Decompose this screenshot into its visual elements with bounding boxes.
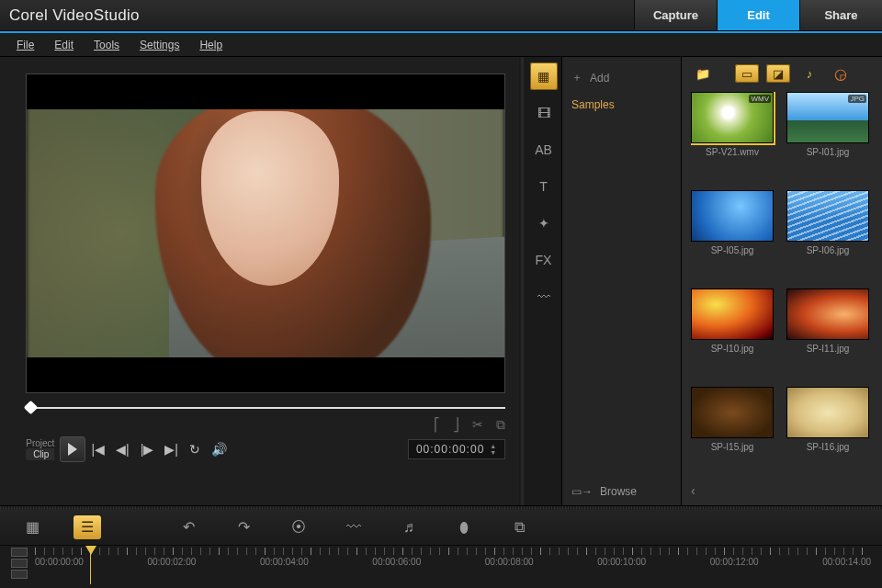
library-item[interactable]: SP-I10.jpg	[691, 288, 774, 379]
media-category-button[interactable]: ▦	[530, 62, 558, 90]
track-selector[interactable]	[11, 548, 28, 579]
library-item[interactable]: WMVSP-V21.wmv	[691, 92, 774, 183]
track-manager-button[interactable]: ⬮	[450, 515, 478, 539]
workflow-tabs: Capture Edit Share	[634, 0, 882, 30]
menu-file[interactable]: File	[17, 39, 34, 51]
scroll-left-button[interactable]: ‹	[691, 478, 873, 498]
instant-project-button[interactable]: 🎞	[530, 99, 558, 127]
cut-icon[interactable]: ✂	[472, 417, 483, 433]
audio-mixer-button[interactable]: 〰	[340, 515, 368, 539]
add-folder-button[interactable]: ＋ Add	[571, 70, 672, 85]
tab-edit[interactable]: Edit	[717, 0, 799, 30]
library-item[interactable]: SP-I06.jpg	[786, 190, 869, 281]
timeline-view-button[interactable]: ☰	[74, 515, 101, 539]
menu-edit[interactable]: Edit	[54, 39, 74, 51]
thumbnail-grid: WMVSP-V21.wmv JPGSP-I01.jpg SP-I05.jpg S…	[691, 92, 873, 478]
repeat-button[interactable]: ↻	[189, 442, 200, 457]
play-button[interactable]	[60, 436, 85, 462]
transport-bar: Project Clip |◀ ◀| |▶ ▶| ↻ 🔊 00:00:00:00…	[26, 436, 505, 462]
filter-photo-button[interactable]: ◪	[766, 64, 790, 83]
filter-video-button[interactable]: ▭	[735, 64, 759, 83]
menu-help[interactable]: Help	[199, 39, 222, 51]
panel-divider[interactable]	[519, 57, 526, 505]
plus-icon: ＋	[571, 70, 582, 85]
menu-settings[interactable]: Settings	[140, 39, 179, 51]
redo-button[interactable]: ↷	[230, 515, 257, 539]
library-item[interactable]: JPGSP-I01.jpg	[786, 92, 869, 183]
scrub-bar[interactable]	[26, 401, 505, 412]
preview-image	[27, 74, 504, 392]
auto-music-button[interactable]: ♬	[395, 515, 423, 539]
library-item[interactable]: SP-I11.jpg	[786, 288, 869, 379]
playback-mode[interactable]: Project Clip	[26, 438, 54, 460]
app-title: Corel VideoStudio	[9, 6, 140, 25]
menu-tools[interactable]: Tools	[94, 39, 119, 51]
go-end-button[interactable]: ▶|	[164, 442, 178, 457]
browse-icon: ▭→	[571, 485, 593, 498]
title-bar: Corel VideoStudio Capture Edit Share	[0, 0, 882, 31]
record-button[interactable]: ⦿	[285, 515, 312, 539]
timeline-ruler[interactable]: 00:00:00:0000:00:02:0000:00:04:0000:00:0…	[0, 546, 882, 584]
library-content: 📁 ▭ ◪ ♪ ◶ WMVSP-V21.wmv JPGSP-I01.jpg SP…	[682, 57, 882, 505]
timecode-field[interactable]: 00:00:00:00 ▲▼	[408, 439, 505, 459]
library-filters: 📁 ▭ ◪ ♪ ◶	[691, 64, 873, 83]
graphic-button[interactable]: ✦	[530, 209, 558, 237]
next-frame-button[interactable]: |▶	[141, 442, 154, 457]
library-item[interactable]: SP-I05.jpg	[691, 190, 774, 281]
preview-monitor[interactable]	[26, 74, 505, 393]
ruler-labels: 00:00:00:0000:00:02:0000:00:04:0000:00:0…	[35, 557, 871, 567]
filter-motion-button[interactable]: ◶	[829, 64, 853, 83]
timeline-playhead[interactable]	[90, 548, 91, 584]
timeline-toolbar: ▦ ☰ ↶ ↷ ⦿ 〰 ♬ ⬮ ⧉	[0, 509, 882, 546]
path-button[interactable]: 〰	[530, 283, 558, 311]
library-category-bar: ▦ 🎞 AB T ✦ FX 〰	[526, 57, 562, 505]
chapter-button[interactable]: ⧉	[505, 515, 533, 539]
title-button[interactable]: T	[530, 173, 558, 200]
mark-in-icon[interactable]: ⎡	[434, 417, 440, 433]
import-folder-button[interactable]: 📁	[691, 64, 715, 83]
filter-audio-button[interactable]: ♪	[797, 64, 821, 83]
transition-button[interactable]: AB	[530, 136, 558, 164]
library-item[interactable]: SP-I15.jpg	[691, 387, 774, 478]
timeline-panel: ▦ ☰ ↶ ↷ ⦿ 〰 ♬ ⬮ ⧉ 00:00:00:0000:00:02:00…	[0, 505, 882, 588]
go-start-button[interactable]: |◀	[91, 442, 105, 457]
scrub-head[interactable]	[24, 401, 39, 415]
undo-button[interactable]: ↶	[175, 515, 202, 539]
library-panel: ▦ 🎞 AB T ✦ FX 〰 ＋ Add Samples ▭→ Browse …	[526, 57, 882, 505]
library-tree: ＋ Add Samples ▭→ Browse	[562, 57, 682, 505]
workspace: ⎡ ⎦ ✂ ⧉ Project Clip |◀ ◀| |▶ ▶| ↻ 🔊 00:…	[0, 57, 882, 505]
preview-panel: ⎡ ⎦ ✂ ⧉ Project Clip |◀ ◀| |▶ ▶| ↻ 🔊 00:…	[0, 57, 519, 505]
prev-frame-button[interactable]: ◀|	[116, 442, 130, 457]
mark-out-icon[interactable]: ⎦	[453, 417, 459, 433]
expand-icon[interactable]: ⧉	[496, 417, 505, 433]
tab-capture[interactable]: Capture	[634, 0, 717, 30]
volume-button[interactable]: 🔊	[211, 442, 227, 457]
clip-tools: ⎡ ⎦ ✂ ⧉	[26, 417, 505, 433]
storyboard-view-button[interactable]: ▦	[18, 515, 46, 539]
menu-bar: File Edit Tools Settings Help	[0, 33, 882, 57]
tab-share[interactable]: Share	[799, 0, 882, 30]
library-item[interactable]: SP-I16.jpg	[786, 387, 869, 478]
folder-samples[interactable]: Samples	[571, 98, 672, 111]
browse-button[interactable]: ▭→ Browse	[571, 478, 672, 498]
filter-fx-button[interactable]: FX	[530, 246, 558, 274]
